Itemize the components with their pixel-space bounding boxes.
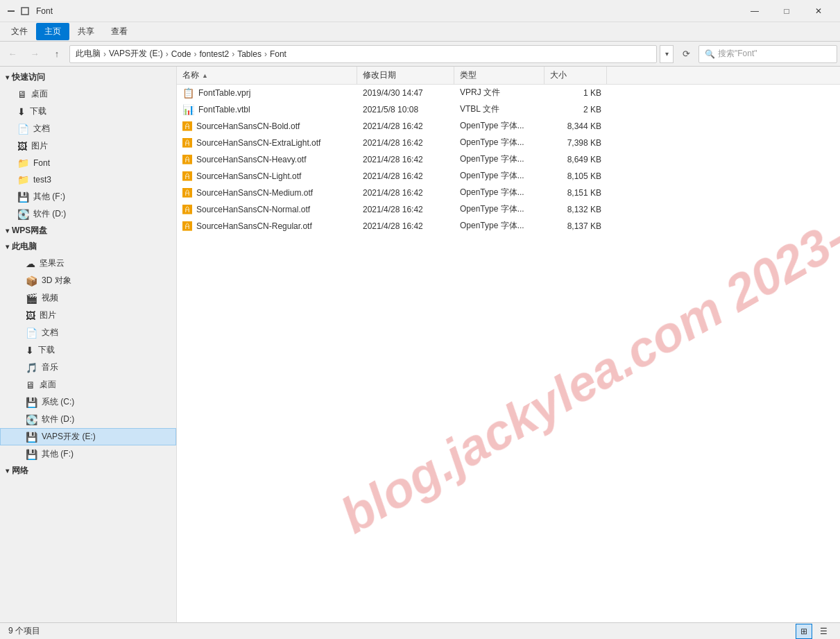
sidebar-item-pc-pictures-label: 图片 [40,309,56,321]
sidebar-item-drive-e[interactable]: 💾 VAPS开发 (E:) [0,428,176,445]
file-date: 2021/4/28 16:42 [357,201,454,218]
table-row[interactable]: 🅰 SourceHanSansCN-Light.otf 2021/4/28 16… [177,168,840,185]
sidebar-item-pc-documents[interactable]: 📄 文档 [0,324,176,341]
sidebar-item-pc-pictures[interactable]: 🖼 图片 [0,307,176,324]
file-name: SourceHanSansCN-Regular.otf [196,221,312,231]
sidebar-item-videos-label: 视频 [42,292,58,304]
sidebar-item-music[interactable]: 🎵 音乐 [0,359,176,376]
col-type-label: 类型 [460,69,477,81]
refresh-button[interactable]: ⟳ [676,45,696,63]
sidebar-item-drive-d[interactable]: 💽 软件 (D:) [0,411,176,428]
sidebar-item-software-d-label: 软件 (D:) [33,208,66,220]
file-icon: 📋 [182,87,194,99]
quick-access-header[interactable]: ▾ 快速访问 [0,69,176,85]
sidebar-item-desktop[interactable]: 🖥 桌面 [0,85,176,103]
table-row[interactable]: 🅰 SourceHanSansCN-ExtraLight.otf 2021/4/… [177,135,840,151]
file-type: VPRJ 文件 [454,85,545,101]
this-pc-header[interactable]: ▾ 此电脑 [0,239,176,255]
tab-share[interactable]: 共享 [69,23,103,40]
col-header-date[interactable]: 修改日期 [357,67,454,85]
file-date: 2021/4/28 16:42 [357,135,454,151]
address-bar: ← → ↑ 此电脑 › VAPS开发 (E:) › Code › fontest… [0,42,840,67]
sidebar-item-downloads[interactable]: ⬇ 下载 [0,103,176,120]
table-row[interactable]: 🅰 SourceHanSansCN-Medium.otf 2021/4/28 1… [177,185,840,201]
path-sep-3: › [194,49,196,59]
file-name: SourceHanSansCN-Medium.otf [196,188,313,198]
sidebar-item-drive-c-label: 系统 (C:) [42,396,74,408]
table-row[interactable]: 🅰 SourceHanSansCN-Heavy.otf 2021/4/28 16… [177,151,840,168]
ribbon-menu: 文件 主页 共享 查看 [0,22,840,42]
file-type: OpenType 字体... [454,151,545,168]
sidebar-item-nutstore[interactable]: ☁ 坚果云 [0,255,176,272]
file-size: 1 KB [545,85,607,101]
sidebar-item-videos[interactable]: 🎬 视频 [0,289,176,307]
file-type: OpenType 字体... [454,218,545,235]
pc-pictures-icon: 🖼 [26,310,35,321]
path-segment-3: Code [171,49,191,59]
file-size: 8,132 KB [545,201,607,218]
file-date: 2021/4/28 16:42 [357,151,454,168]
search-box[interactable]: 🔍 搜索"Font" [698,45,837,63]
pc-desktop-icon: 🖥 [26,380,35,391]
col-header-name[interactable]: 名称 ▲ [177,67,357,85]
sidebar-item-3dobjects[interactable]: 📦 3D 对象 [0,272,176,289]
sidebar-item-other-f[interactable]: 💾 其他 (F:) [0,188,176,205]
sidebar-item-pictures-label: 图片 [31,140,48,152]
col-date-label: 修改日期 [363,69,396,81]
path-segment-6: Font [270,49,286,59]
sidebar-item-software-d[interactable]: 💽 软件 (D:) [0,205,176,223]
file-size: 8,344 KB [545,118,607,135]
up-button[interactable]: ↑ [47,44,67,64]
col-header-type[interactable]: 类型 [454,67,545,85]
file-date: 2019/4/30 14:47 [357,85,454,101]
maximize-icon [19,6,31,17]
nutstore-icon: ☁ [26,258,35,269]
back-button[interactable]: ← [3,44,22,64]
file-type: OpenType 字体... [454,135,545,151]
col-header-size[interactable]: 大小 [545,67,607,85]
view-grid-button[interactable]: ⊞ [796,624,812,639]
wps-section[interactable]: ▾ WPS网盘 [0,223,176,239]
network-section[interactable]: ▾ 网络 [0,463,176,479]
address-dropdown[interactable]: ▾ [660,45,674,63]
wps-arrow: ▾ [6,227,9,235]
table-row[interactable]: 📊 FontTable.vtbl 2021/5/8 10:08 VTBL 文件 … [177,101,840,118]
sidebar-item-drive-f2[interactable]: 💾 其他 (F:) [0,445,176,463]
sidebar-item-downloads-label: 下载 [30,105,46,117]
file-list-header: 名称 ▲ 修改日期 类型 大小 [177,67,840,85]
tab-view[interactable]: 查看 [103,23,136,40]
drive-e-icon: 💾 [26,432,37,443]
tab-file[interactable]: 文件 [3,23,36,40]
minimize-icon [6,6,17,17]
sidebar-item-pictures[interactable]: 🖼 图片 [0,137,176,155]
path-segment-2: VAPS开发 (E:) [109,48,163,60]
file-type: OpenType 字体... [454,168,545,185]
path-segment-4: fontest2 [199,49,229,59]
sidebar-item-drive-c[interactable]: 💾 系统 (C:) [0,393,176,411]
close-button[interactable]: ✕ [803,0,834,22]
table-row[interactable]: 📋 FontTable.vprj 2019/4/30 14:47 VPRJ 文件… [177,85,840,101]
table-row[interactable]: 🅰 SourceHanSansCN-Normal.otf 2021/4/28 1… [177,201,840,218]
table-row[interactable]: 🅰 SourceHanSansCN-Bold.otf 2021/4/28 16:… [177,118,840,135]
path-sep-4: › [232,49,234,59]
file-size: 8,137 KB [545,218,607,235]
forward-button[interactable]: → [25,44,44,64]
file-name: SourceHanSansCN-Normal.otf [196,205,310,214]
view-list-button[interactable]: ☰ [815,624,832,639]
view-controls: ⊞ ☰ [796,624,832,639]
item-count: 9 个项目 [8,625,40,637]
sidebar-item-documents[interactable]: 📄 文档 [0,120,176,137]
col-size-label: 大小 [550,69,567,81]
address-path[interactable]: 此电脑 › VAPS开发 (E:) › Code › fontest2 › Ta… [69,45,657,63]
tab-home[interactable]: 主页 [36,23,69,40]
file-type: OpenType 字体... [454,185,545,201]
table-row[interactable]: 🅰 SourceHanSansCN-Regular.otf 2021/4/28 … [177,218,840,235]
maximize-button[interactable]: □ [771,0,803,22]
sidebar-item-music-label: 音乐 [42,361,58,373]
sidebar-item-font[interactable]: 📁 Font [0,155,176,171]
file-name: SourceHanSansCN-Heavy.otf [196,155,307,164]
minimize-button[interactable]: — [739,0,771,22]
sidebar-item-pc-desktop[interactable]: 🖥 桌面 [0,376,176,393]
sidebar-item-test3[interactable]: 📁 test3 [0,171,176,188]
sidebar-item-pc-downloads[interactable]: ⬇ 下载 [0,341,176,359]
